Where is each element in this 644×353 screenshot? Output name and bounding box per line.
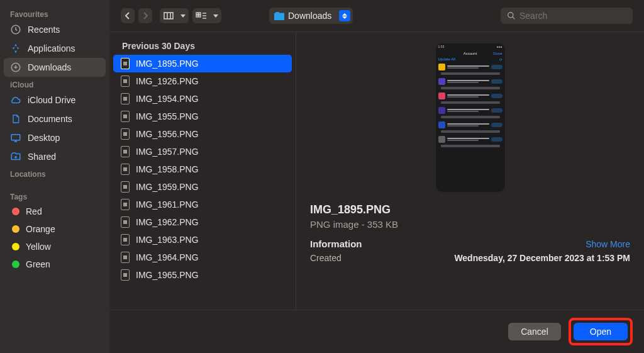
file-row[interactable]: IMG_1926.PNG (113, 72, 292, 90)
file-name: IMG_1963.PNG (136, 235, 199, 245)
file-row[interactable]: IMG_1962.PNG (113, 213, 292, 231)
sidebar-tag-orange[interactable]: Orange (0, 220, 109, 238)
file-icon (121, 181, 130, 193)
sidebar-item-recents[interactable]: Recents (0, 20, 109, 39)
file-name: IMG_1926.PNG (136, 76, 199, 86)
cancel-button[interactable]: Cancel (508, 323, 561, 340)
list-section-header: Previous 30 Days (109, 38, 296, 55)
tag-dot-icon (12, 243, 19, 250)
clock-icon (10, 24, 21, 35)
sidebar-item-label: Documents (28, 114, 72, 124)
sidebar-item-applications[interactable]: Applications (0, 39, 109, 58)
file-row[interactable]: IMG_1961.PNG (113, 196, 292, 213)
file-row[interactable]: IMG_1895.PNG (113, 55, 292, 72)
file-row[interactable]: IMG_1958.PNG (113, 160, 292, 178)
annotation-highlight: Open (569, 318, 633, 345)
sidebar-item-shared[interactable]: Shared (0, 147, 109, 166)
file-row[interactable]: IMG_1954.PNG (113, 90, 292, 108)
tag-dot-icon (12, 261, 19, 268)
sidebar-item-label: Red (26, 206, 42, 216)
file-icon (121, 269, 130, 281)
file-name: IMG_1956.PNG (136, 129, 199, 139)
nav-forward-button[interactable] (138, 8, 152, 23)
file-icon (121, 111, 130, 122)
sidebar-section-tags: Tags (0, 189, 109, 203)
preview-filename: IMG_1895.PNG (310, 203, 630, 216)
group-dropdown-icon[interactable] (210, 8, 221, 23)
search-input[interactable] (519, 11, 630, 21)
svg-rect-7 (196, 15, 198, 17)
sidebar-item-label: Recents (28, 25, 60, 35)
sidebar-tag-yellow[interactable]: Yellow (0, 238, 109, 255)
show-more-link[interactable]: Show More (586, 239, 630, 249)
sidebar-item-label: Green (26, 259, 50, 269)
file-icon (121, 164, 130, 175)
applications-icon (10, 43, 21, 54)
svg-rect-5 (196, 13, 198, 14)
file-icon (121, 199, 130, 210)
path-popup-icon[interactable] (339, 10, 350, 21)
svg-rect-6 (199, 13, 201, 14)
file-icon (121, 234, 130, 245)
search-field[interactable] (501, 8, 633, 24)
file-icon (121, 216, 130, 228)
file-icon (121, 76, 130, 87)
preview-created-label: Created (310, 253, 341, 263)
group-button[interactable] (192, 8, 210, 23)
file-icon (121, 252, 130, 263)
file-row[interactable]: IMG_1957.PNG (113, 143, 292, 160)
file-icon (121, 93, 130, 104)
sidebar-item-label: Orange (26, 224, 55, 234)
svg-point-3 (15, 157, 16, 158)
sidebar-section-favourites: Favourites (0, 6, 109, 20)
preview-created-value: Wednesday, 27 December 2023 at 1:53 PM (454, 253, 630, 263)
view-dropdown-icon[interactable] (177, 8, 189, 23)
preview-subtitle: PNG image - 353 KB (310, 219, 630, 230)
sidebar-section-locations: Locations (0, 166, 109, 180)
sidebar-tag-green[interactable]: Green (0, 255, 109, 273)
sidebar-item-label: Yellow (26, 242, 51, 252)
sidebar-item-label: Downloads (28, 62, 71, 72)
sidebar-section-icloud: iCloud (0, 77, 109, 91)
nav-back-button[interactable] (121, 8, 135, 23)
file-name: IMG_1965.PNG (136, 270, 199, 280)
cloud-icon (10, 94, 21, 106)
file-row[interactable]: IMG_1955.PNG (113, 108, 292, 125)
tag-dot-icon (12, 225, 19, 233)
svg-rect-2 (11, 135, 20, 140)
file-name: IMG_1961.PNG (136, 199, 199, 210)
view-columns-button[interactable] (160, 8, 177, 23)
path-selector[interactable]: Downloads (269, 8, 353, 24)
sidebar-item-desktop[interactable]: Desktop (0, 128, 109, 147)
search-icon (507, 11, 516, 20)
open-button[interactable]: Open (574, 323, 628, 340)
desktop-icon (10, 132, 21, 143)
file-row[interactable]: IMG_1965.PNG (113, 266, 292, 284)
tag-dot-icon (12, 208, 19, 215)
sidebar-tag-red[interactable]: Red (0, 203, 109, 220)
svg-point-9 (508, 13, 513, 18)
preview-info-label: Information (310, 238, 362, 249)
file-icon (121, 146, 130, 157)
svg-rect-4 (164, 13, 173, 19)
shared-folder-icon (10, 151, 21, 162)
file-name: IMG_1955.PNG (136, 111, 199, 121)
download-icon (10, 62, 21, 73)
file-row[interactable]: IMG_1963.PNG (113, 231, 292, 249)
file-row[interactable]: IMG_1956.PNG (113, 125, 292, 143)
sidebar-item-label: Applications (28, 43, 75, 53)
sidebar-item-documents[interactable]: Documents (0, 109, 109, 128)
file-name: IMG_1964.PNG (136, 252, 199, 262)
sidebar-item-label: iCloud Drive (28, 95, 75, 105)
file-row[interactable]: IMG_1959.PNG (113, 178, 292, 196)
file-name: IMG_1957.PNG (136, 147, 199, 157)
sidebar-item-label: Desktop (28, 133, 60, 143)
file-name: IMG_1959.PNG (136, 182, 199, 192)
sidebar-item-downloads[interactable]: Downloads (4, 58, 106, 77)
sidebar-item-icloud-drive[interactable]: iCloud Drive (0, 91, 109, 109)
file-row[interactable]: IMG_1964.PNG (113, 249, 292, 266)
folder-icon (274, 12, 284, 20)
file-name: IMG_1895.PNG (136, 59, 199, 69)
file-name: IMG_1954.PNG (136, 94, 199, 104)
file-name: IMG_1958.PNG (136, 164, 199, 174)
